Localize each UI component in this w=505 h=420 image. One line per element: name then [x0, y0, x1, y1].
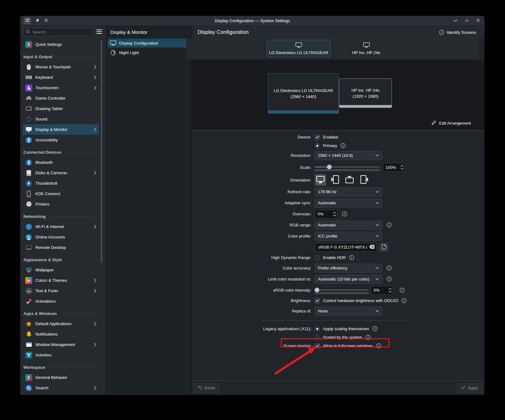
undo-icon — [198, 385, 202, 391]
clear-icon[interactable] — [369, 245, 374, 250]
subpanel-item-night-light[interactable]: Night Light — [108, 48, 190, 57]
srgb-intensity-spinbox[interactable]: 0% — [371, 286, 393, 295]
sidebar-item-accessibility[interactable]: Accessibility — [23, 135, 99, 145]
sidebar-item-search[interactable]: Search — [23, 383, 99, 393]
scale-spinbox[interactable]: 100% — [383, 163, 405, 172]
overscan-spinbox[interactable]: 0% — [315, 210, 338, 219]
info-icon[interactable] — [342, 211, 347, 217]
sidebar-item-drawing-tablet[interactable]: Drawing Tablet — [23, 103, 99, 114]
info-icon[interactable] — [386, 265, 392, 271]
tab-monitor-hp[interactable]: HP Inc. HP 24o — [334, 40, 398, 57]
replica-of-dropdown[interactable]: None — [315, 307, 382, 316]
spin-arrows-icon[interactable] — [388, 287, 392, 293]
sidebar-item-disks-cameras[interactable]: Disks & Cameras — [23, 168, 99, 178]
primary-radio[interactable] — [315, 143, 320, 148]
info-icon[interactable] — [399, 287, 405, 293]
info-icon[interactable] — [401, 298, 407, 303]
sidebar-item-sound[interactable]: Sound — [23, 114, 99, 124]
orientation-landscape-button[interactable] — [315, 174, 326, 186]
sidebar-item-text-fonts[interactable]: AaText & Fonts — [23, 286, 99, 296]
orientation-portrait-left-button[interactable] — [329, 174, 341, 186]
sidebar-item-label: Drawing Tablet — [35, 106, 96, 111]
slider-handle[interactable] — [314, 287, 319, 293]
sidebar-item-colors-themes[interactable]: Colors & Themes — [23, 275, 99, 286]
sidebar-item-display-monitor[interactable]: Display & Monitor — [23, 124, 99, 135]
subpanel-item-display-configuration[interactable]: Display Configuration — [108, 39, 190, 47]
edit-arrangement-button[interactable]: Edit Arrangement — [431, 120, 471, 126]
sidebar-item-wi-fi-internet[interactable]: Wi-Fi & Internet — [23, 221, 99, 232]
sidebar-item-wallpaper[interactable]: Wallpaper — [23, 265, 99, 275]
orientation-portrait-right-button[interactable] — [358, 174, 370, 186]
sidebar: Quick SettingsInput & OutputMouse & Touc… — [20, 26, 106, 395]
rgb-range-dropdown[interactable]: Automatic — [315, 221, 382, 230]
sidebar-item-general-behavior[interactable]: General Behavior — [23, 372, 99, 383]
window-management-icon — [25, 341, 32, 348]
sidebar-item-game-controller[interactable]: Game Controller — [23, 93, 99, 103]
monitor-preview-lg[interactable]: LG Electronics LG ULTRAGEAR (2560 × 1440… — [268, 73, 339, 114]
search-input[interactable] — [32, 29, 90, 35]
sidebar-item-mouse-touchpad[interactable]: Mouse & Touchpad — [23, 62, 99, 72]
info-icon[interactable] — [340, 143, 346, 148]
color-accuracy-dropdown[interactable]: Prefer efficiency — [315, 264, 382, 273]
scale-slider[interactable] — [315, 163, 380, 172]
sidebar-scrollbar[interactable] — [101, 40, 102, 262]
apply-scaling-themselves-radio[interactable] — [315, 326, 320, 331]
info-icon[interactable] — [365, 335, 371, 340]
sidebar-item-quick-settings[interactable]: Quick Settings — [23, 39, 99, 50]
identify-screens-button[interactable]: Identify Screens — [436, 28, 479, 37]
sidebar-item-remote-desktop[interactable]: Remote Desktop — [23, 242, 99, 253]
spin-arrows-icon[interactable] — [333, 211, 336, 217]
chevron-right-icon — [94, 86, 96, 90]
enabled-checkbox[interactable] — [315, 135, 320, 140]
titlebar: Display Configuration — System Settings — [20, 16, 484, 26]
printers-icon — [25, 201, 32, 208]
menu-icon[interactable] — [95, 28, 103, 36]
adaptive-sync-dropdown[interactable]: Automatic — [315, 199, 382, 207]
slider-handle[interactable] — [327, 164, 332, 170]
orientation-landscape-flipped-button[interactable] — [344, 174, 355, 186]
close-button[interactable] — [476, 18, 481, 23]
maximize-button[interactable] — [464, 18, 469, 23]
icc-file-field[interactable]: sRGB F-S XYZLUT+MTX.icc — [315, 243, 377, 252]
color-profile-dropdown[interactable]: ICC profile — [315, 232, 382, 241]
screen-tearing-checkbox[interactable] — [315, 343, 320, 349]
refresh-rate-dropdown[interactable]: 179.96 Hz — [315, 188, 382, 196]
choose-file-button[interactable] — [379, 243, 389, 252]
pin-icon[interactable] — [35, 18, 40, 23]
sidebar-item-window-management[interactable]: Window Management — [23, 339, 99, 350]
enable-hdr-checkbox[interactable] — [315, 255, 320, 260]
tab-monitor-lg[interactable]: LG Electronics LG ULTRAGEAR — [267, 40, 331, 57]
sidebar-item-notifications[interactable]: Notifications — [23, 329, 99, 339]
thunderbolt-icon — [25, 180, 32, 187]
monitor-preview-hp[interactable]: HP Inc. HP 24o (1920 × 1080) — [339, 78, 392, 108]
sidebar-item-thunderbolt[interactable]: Thunderbolt — [23, 178, 99, 188]
sidebar-item-label: Bluetooth — [35, 160, 96, 165]
spin-arrows-icon[interactable] — [400, 164, 404, 170]
sidebar-item-touchscreen[interactable]: Touchscreen — [23, 83, 99, 93]
keep-above-icon[interactable] — [44, 18, 49, 23]
sidebar-item-printers[interactable]: Printers — [23, 199, 99, 209]
apply-button[interactable]: Apply — [457, 384, 482, 392]
info-icon[interactable] — [372, 326, 378, 331]
ddcci-brightness-checkbox[interactable] — [315, 298, 320, 303]
info-icon[interactable] — [386, 276, 392, 282]
search-box[interactable] — [23, 28, 93, 36]
info-icon[interactable] — [349, 255, 354, 260]
sidebar-item-label: KDE Connect — [35, 191, 96, 196]
sidebar-item-activities[interactable]: Activities — [23, 350, 99, 360]
sidebar-item-animations[interactable]: Animations — [23, 296, 99, 306]
sidebar-item-online-accounts[interactable]: Online Accounts — [23, 232, 99, 242]
sidebar-item-bluetooth[interactable]: Bluetooth — [23, 157, 99, 168]
minimize-button[interactable] — [453, 18, 458, 23]
sidebar-item-keyboard[interactable]: Keyboard — [23, 72, 99, 83]
scaled-by-system-radio[interactable] — [315, 335, 320, 340]
info-icon[interactable] — [386, 222, 392, 228]
sidebar-item-kde-connect[interactable]: KDE Connect — [23, 188, 99, 199]
touchscreen-icon — [25, 84, 32, 91]
info-icon[interactable] — [376, 343, 381, 349]
sidebar-item-default-applications[interactable]: Default Applications — [23, 318, 99, 329]
resolution-dropdown[interactable]: 2560 × 1440 (16:9) — [315, 151, 382, 160]
limit-color-resolution-dropdown[interactable]: Automatic (10 bits per color) — [315, 275, 382, 284]
srgb-intensity-slider[interactable] — [315, 286, 369, 295]
reset-button[interactable]: Reset — [194, 384, 219, 392]
